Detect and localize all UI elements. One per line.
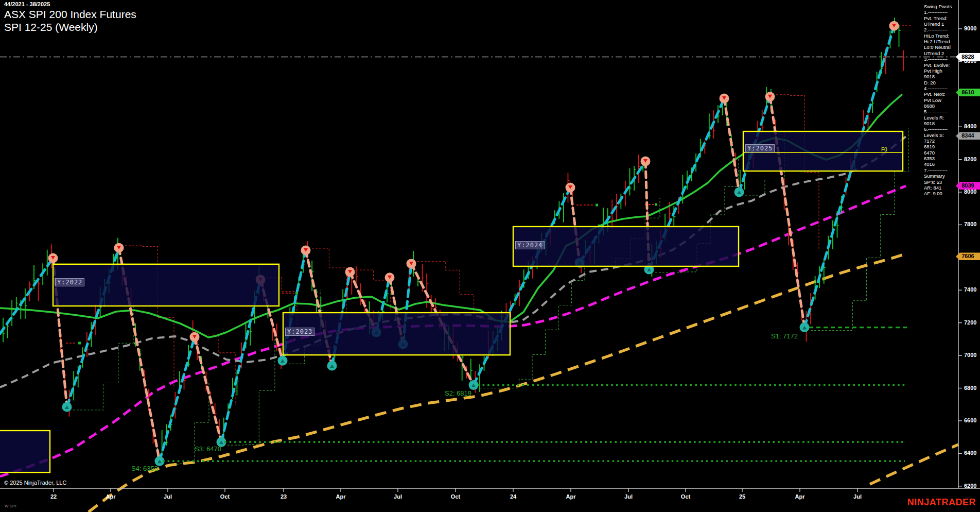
chart-subtitle: SPI 12-25 (Weekly) (4, 21, 98, 33)
fib-level-label: F0 (881, 147, 887, 152)
time-tick-label: 23 (281, 493, 287, 500)
swing-pivots-panel-line: 4016 (924, 161, 959, 167)
swing-pivots-panel-line: 7172 (924, 138, 959, 144)
price-tick-label: 7200 (964, 319, 976, 326)
swing-pivots-panel-line: 9018 (924, 74, 959, 79)
swing-pivots-panel-line: D: 20 (924, 80, 959, 86)
time-tick-label: Jul (164, 493, 172, 500)
price-tick-label: 7000 (964, 352, 976, 358)
price-badge-8344: 8344 (956, 132, 980, 140)
swing-pivots-panel-line: 5.------------ (924, 109, 959, 114)
swing-pivots-panel-line: Pvt. Trend: (924, 15, 959, 21)
swing-pivots-panel-line: Pvt Low (924, 97, 959, 103)
swing-pivots-panel-line: SP's: 53 (924, 179, 959, 185)
swing-pivots-panel-line: Levels S: (924, 132, 959, 138)
year-box-label: Y:2025 (745, 144, 775, 152)
swing-pivots-panel-line: UTrend 2 (924, 50, 959, 56)
ninjatrader-logo: NINJATRADER (907, 497, 976, 508)
swing-pivots-panel-line: Summary (924, 173, 959, 179)
price-badge-7606: 7606 (956, 252, 980, 260)
swing-pivots-panel-line: 6470 (924, 150, 959, 156)
swing-pivots-panel-line: 6819 (924, 144, 959, 149)
price-chart-canvas[interactable] (0, 0, 980, 512)
support-level-label: S4: 6353 (131, 465, 158, 472)
price-tick-label: 9000 (964, 25, 976, 31)
time-tick-label: Apr (566, 493, 576, 500)
swing-pivots-panel-line: AF: 9.00 (924, 191, 959, 196)
swing-pivots-panel-line: Hi:2 UTrend (924, 39, 959, 44)
time-tick-label: Oct (220, 493, 230, 500)
time-tick-label: Jul (853, 493, 862, 500)
date-range-label: 44/2021 - 38/2025 (4, 1, 50, 7)
time-tick-label: Apr (795, 493, 805, 500)
swing-pivots-panel-line: 7.------------ (924, 167, 959, 173)
price-badge-8039: 8039 (956, 182, 980, 190)
support-level-label: S2: 6819 (445, 389, 471, 397)
swing-pivots-panel-line: AR: 841 (924, 185, 959, 191)
price-tick-label: 8200 (964, 156, 976, 162)
time-tick-label: Oct (681, 493, 690, 500)
support-level-label: S1: 7172 (771, 332, 798, 340)
swing-pivots-panel-line: Lo:0 Neutral (924, 44, 959, 50)
time-tick-label: 22 (50, 493, 57, 500)
price-badge-8828: 8828 (956, 53, 980, 61)
swing-pivots-panel-line: 9018 (924, 121, 959, 126)
time-tick-label: 24 (510, 493, 516, 500)
price-tick-label: 6600 (964, 417, 976, 423)
swing-pivots-panel-line: Swing Pivots (924, 4, 959, 9)
swing-pivots-panel-line: 6353 (924, 156, 959, 161)
swing-pivots-panel-line: 2.------------ (924, 27, 959, 32)
price-tick-label: 6400 (964, 450, 976, 456)
swing-pivots-panel-line: Pvt. Evolve: (924, 62, 959, 68)
copyright-label: © 2025 NinjaTrader, LLC (4, 480, 66, 486)
year-box-label: Y:2024 (515, 241, 545, 249)
swing-pivots-panel-line: Pvt High (924, 68, 959, 74)
time-tick-label: Jul (394, 493, 402, 500)
swing-pivots-panel-line: 1.------------ (924, 9, 959, 15)
time-tick-label: 25 (739, 493, 745, 500)
time-tick-label: Jul (624, 493, 633, 500)
year-box-label: Y:2023 (285, 328, 314, 336)
chart-window: 44/2021 - 38/2025 ASX SPI 200 Index Futu… (0, 0, 980, 512)
swing-pivots-panel-line: 4.------------ (924, 86, 959, 91)
swing-pivots-panel-line: HiLo Trend: (924, 33, 959, 39)
swing-pivots-panel-line: 6.------------ (924, 126, 959, 132)
price-tick-label: 8400 (964, 123, 976, 129)
support-level-label: S3: 6470 (195, 445, 221, 453)
swing-pivots-panel-line: Pvt. Next: (924, 91, 959, 97)
time-tick-label: Apr (336, 493, 346, 500)
price-badge-8610: 8610 (956, 89, 980, 96)
chart-title: ASX SPI 200 Index Futures (4, 8, 136, 21)
swing-pivots-panel-line: 3.------------ (924, 56, 959, 62)
price-tick-label: 7800 (964, 221, 976, 227)
swing-pivots-panel-line: UTrend 1 (924, 21, 959, 27)
time-tick-label: Oct (451, 493, 460, 500)
swing-pivots-panel-line: Levels R: (924, 115, 959, 121)
year-box-label: Y:2022 (55, 278, 84, 286)
swing-pivots-panel-line: 8688 (924, 103, 959, 109)
price-tick-label: 7400 (964, 286, 976, 293)
instrument-tab[interactable]: W SPI (5, 504, 16, 508)
time-tick-label: Apr (106, 493, 116, 500)
price-tick-label: 6800 (964, 385, 976, 391)
price-tick-label: 6200 (964, 483, 976, 489)
